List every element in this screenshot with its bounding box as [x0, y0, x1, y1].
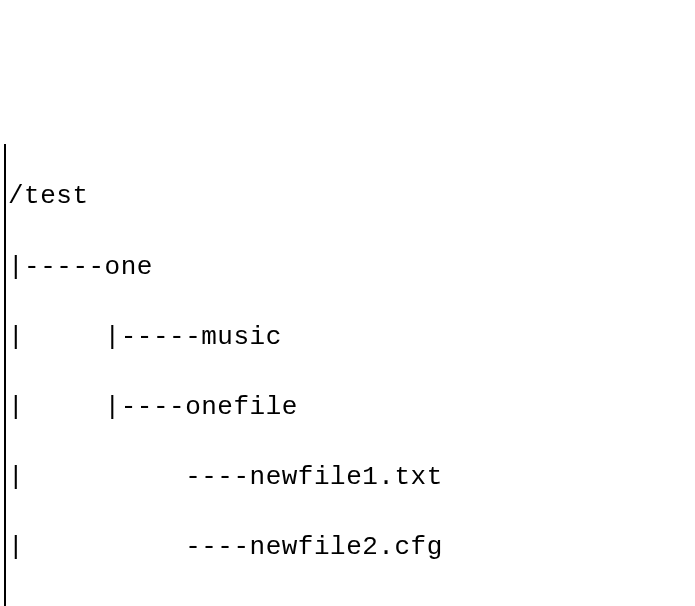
tree-line: | ----newfile1.txt	[8, 460, 695, 495]
tree-line: | ----newfile2.cfg	[8, 530, 695, 565]
tree-line: | |-----music	[8, 320, 695, 355]
tree-line: /test	[8, 179, 695, 214]
directory-tree: /test |-----one | |-----music | |----one…	[4, 144, 695, 606]
tree-line: | |----onefile	[8, 390, 695, 425]
tree-line: | ----newfile3.c	[8, 601, 695, 606]
tree-line: |-----one	[8, 250, 695, 285]
